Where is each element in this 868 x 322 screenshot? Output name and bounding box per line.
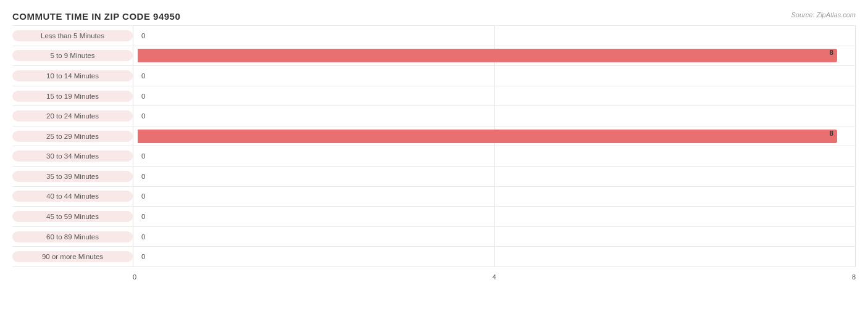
- bar-label: 30 to 34 Minutes: [12, 151, 133, 162]
- bar-row: 30 to 34 Minutes0: [12, 146, 856, 167]
- bar-row: 60 to 89 Minutes0: [12, 227, 856, 247]
- bar-track: 8: [138, 46, 856, 66]
- bar-value: 8: [830, 49, 833, 56]
- bar-track: 0: [138, 227, 856, 247]
- bar-row: 45 to 59 Minutes0: [12, 207, 856, 227]
- bar-fill: 8: [138, 49, 837, 62]
- bar-track: 0: [138, 207, 856, 226]
- bar-row: 35 to 39 Minutes0: [12, 167, 856, 187]
- bar-row: 90 or more Minutes0: [12, 247, 856, 267]
- bar-label: 35 to 39 Minutes: [12, 171, 133, 182]
- x-label-mid: 4: [492, 273, 496, 281]
- bar-label: 90 or more Minutes: [12, 251, 133, 262]
- bar-track: 0: [138, 66, 856, 86]
- bar-track: 0: [138, 167, 856, 186]
- bar-track: 0: [138, 26, 856, 46]
- bar-label: 5 to 9 Minutes: [12, 50, 133, 61]
- bar-value: 0: [141, 173, 145, 180]
- bar-row: 15 to 19 Minutes0: [12, 86, 856, 107]
- x-label-0: 0: [133, 273, 136, 281]
- x-label-max: 8: [852, 273, 856, 281]
- bar-label: 10 to 14 Minutes: [12, 70, 133, 81]
- bar-track: 0: [138, 187, 856, 207]
- bar-label: 60 to 89 Minutes: [12, 231, 133, 242]
- bar-track: 0: [138, 247, 856, 266]
- bar-value: 0: [141, 233, 145, 241]
- bar-label: 40 to 44 Minutes: [12, 191, 133, 202]
- bar-label: 20 to 24 Minutes: [12, 110, 133, 122]
- chart-area: Less than 5 Minutes05 to 9 Minutes810 to…: [12, 25, 856, 281]
- rows-container: Less than 5 Minutes05 to 9 Minutes810 to…: [12, 25, 856, 267]
- bar-value: 0: [141, 93, 145, 100]
- bar-value: 0: [141, 32, 145, 39]
- bar-row: 5 to 9 Minutes8: [12, 46, 856, 67]
- bar-row: 20 to 24 Minutes0: [12, 106, 856, 126]
- bar-value: 8: [830, 130, 833, 137]
- source-label: Source: ZipAtlas.com: [791, 11, 856, 19]
- bar-value: 0: [141, 253, 145, 260]
- bar-label: Less than 5 Minutes: [12, 30, 133, 41]
- bar-value: 0: [141, 213, 145, 220]
- bar-label: 45 to 59 Minutes: [12, 211, 133, 222]
- bar-row: Less than 5 Minutes0: [12, 25, 856, 46]
- bar-row: 10 to 14 Minutes0: [12, 66, 856, 86]
- bar-label: 25 to 29 Minutes: [12, 131, 133, 142]
- bar-value: 0: [141, 192, 145, 200]
- chart-container: COMMUTE TIME IN ZIP CODE 94950 Source: Z…: [0, 0, 868, 322]
- bar-track: 0: [138, 86, 856, 106]
- bar-track: 0: [138, 146, 856, 166]
- bar-fill: 8: [138, 130, 837, 143]
- bar-value: 0: [141, 72, 145, 80]
- bar-row: 25 to 29 Minutes8: [12, 126, 856, 147]
- bar-value: 0: [141, 112, 145, 120]
- chart-title: COMMUTE TIME IN ZIP CODE 94950: [12, 11, 856, 22]
- bar-label: 15 to 19 Minutes: [12, 91, 133, 102]
- bar-row: 40 to 44 Minutes0: [12, 187, 856, 207]
- bar-value: 0: [141, 152, 145, 160]
- bar-track: 8: [138, 126, 856, 146]
- bar-track: 0: [138, 106, 856, 126]
- x-axis-labels: 0 4 8: [12, 273, 856, 281]
